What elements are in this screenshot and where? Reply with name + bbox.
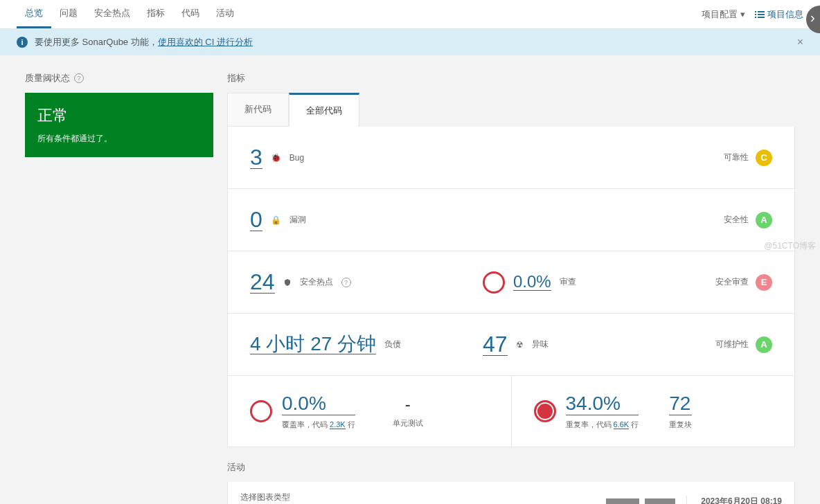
- metric-coverage-row: 0.0% 覆盖率，代码 2.3K 行 - 单元测试: [228, 376, 794, 447]
- content: 指标 新代码 全部代码 3 🐞 Bug 可靠性 C 0 🔒: [227, 72, 795, 504]
- activity-panel: 选择图表类型 问题▾ 1:1 ⛶ 2023年6月20日 08:19 not pr…: [227, 482, 795, 504]
- metric-vuln-row: 0 🔒 漏洞 安全性 A: [228, 189, 794, 251]
- activity-date: 2023年6月20日 08:19: [701, 496, 782, 505]
- metric-debt-row: 4 小时 27 分钟 负债 47 ☢ 异味 可维护性 A: [228, 314, 794, 376]
- review-value[interactable]: 0.0%: [513, 273, 551, 291]
- unit-test-value: -: [393, 395, 423, 414]
- nav-code[interactable]: 代码: [173, 0, 208, 28]
- metric-hotspot-row: 24 安全热点 ? 0.0% 审查 安全审查 E: [228, 251, 794, 314]
- code-tabs: 新代码 全部代码: [227, 93, 795, 127]
- chart-type-label: 选择图表类型: [240, 492, 595, 503]
- scale-1to1-button[interactable]: 1:1: [606, 498, 640, 504]
- maintain-rating[interactable]: A: [756, 336, 772, 353]
- nav-bar: 总览 问题 安全热点 指标 代码 活动 项目配置 ▾ 项目信息: [0, 0, 820, 29]
- tab-new-code[interactable]: 新代码: [227, 93, 289, 127]
- sidebar: 质量阈状态 ? 正常 所有条件都通过了。: [25, 72, 213, 504]
- metrics-panel: 3 🐞 Bug 可靠性 C 0 🔒 漏洞 安全性 A: [227, 127, 795, 447]
- info-banner: i 要使用更多 SonarQube 功能， 使用喜欢的 CI 进行分析 ×: [0, 29, 820, 55]
- dup-lines[interactable]: 6.6K: [614, 420, 630, 429]
- nav-activity[interactable]: 活动: [208, 0, 242, 28]
- maintain-label: 可维护性: [715, 339, 749, 350]
- banner-text: 要使用更多 SonarQube 功能，: [35, 36, 158, 48]
- reliability-label: 可靠性: [724, 152, 749, 163]
- bug-icon: 🐞: [271, 153, 281, 163]
- nav-hotspots[interactable]: 安全热点: [86, 0, 139, 28]
- debt-value[interactable]: 4 小时 27 分钟: [250, 334, 376, 354]
- hotspot-label: 安全热点: [300, 276, 333, 288]
- banner-link[interactable]: 使用喜欢的 CI 进行分析: [158, 36, 253, 48]
- metrics-title: 指标: [227, 72, 795, 84]
- hotspot-value[interactable]: 24: [250, 271, 275, 294]
- activity-title: 活动: [227, 461, 795, 474]
- security-rating[interactable]: A: [756, 212, 772, 228]
- info-icon: i: [17, 37, 28, 48]
- quality-gate-title: 质量阈状态 ?: [25, 72, 213, 84]
- close-icon[interactable]: ×: [797, 36, 803, 48]
- bugs-label: Bug: [289, 153, 304, 163]
- dup-blocks-value[interactable]: 72: [669, 393, 692, 415]
- coverage-indicator: [250, 400, 272, 422]
- shield-icon: [283, 278, 292, 287]
- sec-review-label: 安全审查: [715, 276, 749, 288]
- metric-bugs-row: 3 🐞 Bug 可靠性 C: [228, 127, 794, 189]
- sec-review-rating[interactable]: E: [756, 274, 772, 291]
- reliability-rating[interactable]: C: [756, 150, 772, 166]
- review-label: 审查: [560, 276, 576, 288]
- unit-test-label: 单元测试: [393, 418, 423, 429]
- coverage-lines[interactable]: 2.3K: [330, 420, 346, 429]
- nav-measures[interactable]: 指标: [139, 0, 173, 28]
- quality-gate-desc: 所有条件都通过了。: [37, 133, 201, 145]
- smell-label: 异味: [532, 339, 549, 350]
- smell-icon: ☢: [516, 340, 524, 350]
- vuln-label: 漏洞: [289, 214, 306, 226]
- watermark: @51CTO博客: [764, 240, 816, 252]
- dup-desc: 重复率，代码 6.6K 行: [566, 420, 639, 430]
- coverage-value[interactable]: 0.0%: [282, 393, 355, 415]
- lock-icon: 🔒: [271, 215, 281, 225]
- quality-gate-card: 正常 所有条件都通过了。: [25, 93, 213, 157]
- coverage-desc: 覆盖率，代码 2.3K 行: [282, 420, 355, 430]
- dup-indicator: [534, 400, 556, 422]
- nav-issues[interactable]: 问题: [51, 0, 86, 28]
- project-config-dropdown[interactable]: 项目配置 ▾: [702, 8, 745, 21]
- tab-all-code[interactable]: 全部代码: [289, 93, 359, 127]
- bugs-value[interactable]: 3: [250, 146, 262, 169]
- activity-section: 活动 选择图表类型 问题▾ 1:1 ⛶ 2023年6月20日 08:19 not…: [227, 461, 795, 504]
- dup-blocks-label: 重复块: [669, 420, 692, 430]
- list-icon: [758, 11, 765, 18]
- nav-right: 项目配置 ▾ 项目信息: [702, 0, 803, 28]
- scale-fit-button[interactable]: ⛶: [645, 498, 675, 504]
- nav-tabs: 总览 问题 安全热点 指标 代码 活动: [17, 0, 242, 28]
- vuln-value[interactable]: 0: [250, 208, 262, 231]
- review-indicator: [483, 271, 505, 294]
- smell-value[interactable]: 47: [483, 333, 508, 356]
- nav-overview[interactable]: 总览: [17, 0, 51, 28]
- help-icon[interactable]: ?: [74, 73, 84, 83]
- quality-gate-status: 正常: [37, 105, 201, 126]
- dup-value[interactable]: 34.0%: [566, 393, 639, 415]
- debt-label: 负债: [384, 339, 401, 350]
- security-label: 安全性: [724, 214, 749, 226]
- project-info-link[interactable]: 项目信息: [758, 8, 803, 21]
- help-icon[interactable]: ?: [341, 278, 351, 287]
